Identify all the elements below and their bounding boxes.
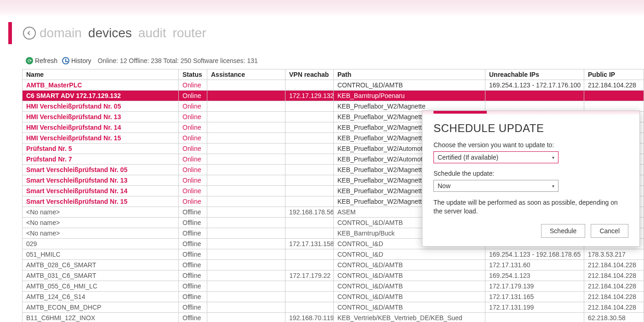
pubip-cell: 212.184.104.228 xyxy=(584,292,644,302)
assist-cell xyxy=(207,270,285,281)
schedule-button[interactable]: Schedule xyxy=(541,224,585,238)
path-cell: CONTROL_I&D/AMTB xyxy=(334,302,485,313)
table-row[interactable]: AMTB_MasterPLCOnlineCONTROL_I&D/AMTB169.… xyxy=(23,80,644,91)
assist-cell xyxy=(207,91,285,101)
schedule-select-value: Now xyxy=(438,182,450,190)
header-row: domain devices audit router xyxy=(0,17,644,49)
path-cell: CONTROL_I&D/AMTB xyxy=(334,80,485,91)
back-button[interactable] xyxy=(23,27,36,40)
status-cell: Online xyxy=(179,112,207,122)
vpn-cell xyxy=(285,112,334,122)
name-cell: Smart Verschleißprüfstand Nr. 13 xyxy=(23,175,179,186)
chevron-down-icon: ▾ xyxy=(552,184,554,189)
vpn-cell xyxy=(285,133,334,144)
name-cell: Smart Verschleißprüfstand Nr. 15 xyxy=(23,196,179,207)
assist-cell xyxy=(207,249,285,260)
version-select[interactable]: Certified (If available) ▾ xyxy=(433,151,559,163)
vpn-cell xyxy=(285,101,334,112)
status-cell: Online xyxy=(179,91,207,101)
assist-cell xyxy=(207,239,285,249)
refresh-button[interactable]: ⟳ Refresh xyxy=(26,57,57,64)
assist-cell xyxy=(207,144,285,154)
vpn-cell xyxy=(285,281,334,292)
table-row[interactable]: AMTB_ECON_BM_DHCPOfflineCONTROL_I&D/AMTB… xyxy=(23,302,644,313)
status-cell: Offline xyxy=(179,281,207,292)
name-cell: 051_HMILC xyxy=(23,249,179,260)
col-status[interactable]: Status xyxy=(179,69,207,80)
col-name[interactable]: Name xyxy=(23,69,179,80)
vpn-cell xyxy=(285,260,334,270)
unreach-cell: 169.254.1.123 - 172.17.176.100 xyxy=(485,80,584,91)
status-cell: Offline xyxy=(179,239,207,249)
table-row[interactable]: AMTB_055_C6_HMI_LCOfflineCONTROL_I&D/AMT… xyxy=(23,281,644,292)
col-vpn[interactable]: VPN reachab xyxy=(285,69,334,80)
status-cell: Offline xyxy=(179,228,207,239)
name-cell: HMI Verschleißprüfstand Nr. 15 xyxy=(23,133,179,144)
refresh-icon: ⟳ xyxy=(26,57,33,64)
vpn-cell xyxy=(285,175,334,186)
name-cell: AMTB_ECON_BM_DHCP xyxy=(23,302,179,313)
history-label: History xyxy=(71,57,91,64)
assist-cell xyxy=(207,186,285,196)
table-row[interactable]: AMTB_031_C6_SMARTOffline172.17.179.22CON… xyxy=(23,270,644,281)
vpn-cell xyxy=(285,80,334,91)
assist-cell xyxy=(207,112,285,122)
assist-cell xyxy=(207,101,285,112)
status-cell: Online xyxy=(179,122,207,133)
vpn-cell: 192.168.178.56 xyxy=(285,207,334,218)
vpn-cell xyxy=(285,144,334,154)
assist-cell xyxy=(207,80,285,91)
vpn-cell xyxy=(285,228,334,239)
col-unreachable[interactable]: Unreachable IPs xyxy=(485,69,584,80)
name-cell: <No name> xyxy=(23,218,179,228)
breadcrumb-domain[interactable]: domain xyxy=(40,26,82,40)
col-publicip[interactable]: Public IP xyxy=(584,69,644,80)
unreach-cell: 172.17.179.139 xyxy=(485,281,584,292)
pubip-cell: 212.184.104.228 xyxy=(584,281,644,292)
table-row[interactable]: C6 SMART ADV 172.17.129.132Online172.17.… xyxy=(23,91,644,101)
assist-cell xyxy=(207,154,285,165)
unreach-cell xyxy=(485,91,584,101)
col-path[interactable]: Path xyxy=(334,69,485,80)
name-cell: AMTB_055_C6_HMI_LC xyxy=(23,281,179,292)
breadcrumb-audit[interactable]: audit xyxy=(138,26,166,40)
assist-cell xyxy=(207,281,285,292)
vpn-cell: 172.17.131.158 xyxy=(285,239,334,249)
pubip-cell: 62.218.30.58 xyxy=(584,313,644,322)
path-cell: CONTROL_I&D/AMTB xyxy=(334,260,485,270)
schedule-select[interactable]: Now ▾ xyxy=(433,180,559,192)
status-cell: Offline xyxy=(179,260,207,270)
history-button[interactable]: History xyxy=(62,57,91,64)
name-cell: C6 SMART ADV 172.17.129.132 xyxy=(23,91,179,101)
vpn-cell xyxy=(285,154,334,165)
assist-cell xyxy=(207,260,285,270)
table-row[interactable]: AMTB_124_C6_S14OfflineCONTROL_I&D/AMTB17… xyxy=(23,292,644,302)
history-icon xyxy=(62,57,69,64)
breadcrumb-router[interactable]: router xyxy=(173,26,206,40)
status-cell: Offline xyxy=(179,302,207,313)
name-cell: AMTB_MasterPLC xyxy=(23,80,179,91)
pubip-cell: 212.184.104.228 xyxy=(584,270,644,281)
cancel-button[interactable]: Cancel xyxy=(591,224,628,238)
status-cell: Online xyxy=(179,144,207,154)
vpn-cell xyxy=(285,292,334,302)
dialog-schedule-label: Schedule the update: xyxy=(433,170,628,177)
table-row[interactable]: 051_HMILCOfflineCONTROL_I&D169.254.1.123… xyxy=(23,249,644,260)
status-cell: Online xyxy=(179,154,207,165)
schedule-update-dialog: SCHEDULE UPDATE Choose the version you w… xyxy=(422,110,640,247)
status-cell: Offline xyxy=(179,270,207,281)
refresh-label: Refresh xyxy=(35,57,57,64)
name-cell: <No name> xyxy=(23,207,179,218)
breadcrumb-devices[interactable]: devices xyxy=(88,26,132,40)
vpn-cell xyxy=(285,122,334,133)
name-cell: AMTB_124_C6_S14 xyxy=(23,292,179,302)
dialog-title: SCHEDULE UPDATE xyxy=(433,122,628,135)
name-cell: HMI Verschleißprüfstand Nr. 05 xyxy=(23,101,179,112)
name-cell: AMTB_028_C6_SMART xyxy=(23,260,179,270)
assist-cell xyxy=(207,218,285,228)
assist-cell xyxy=(207,165,285,175)
table-row[interactable]: AMTB_028_C6_SMARTOfflineCONTROL_I&D/AMTB… xyxy=(23,260,644,270)
col-assistance[interactable]: Assistance xyxy=(207,69,285,80)
pubip-cell xyxy=(584,91,644,101)
table-row[interactable]: B11_C6HMI_12Z_INOXOffline192.168.70.119K… xyxy=(23,313,644,322)
